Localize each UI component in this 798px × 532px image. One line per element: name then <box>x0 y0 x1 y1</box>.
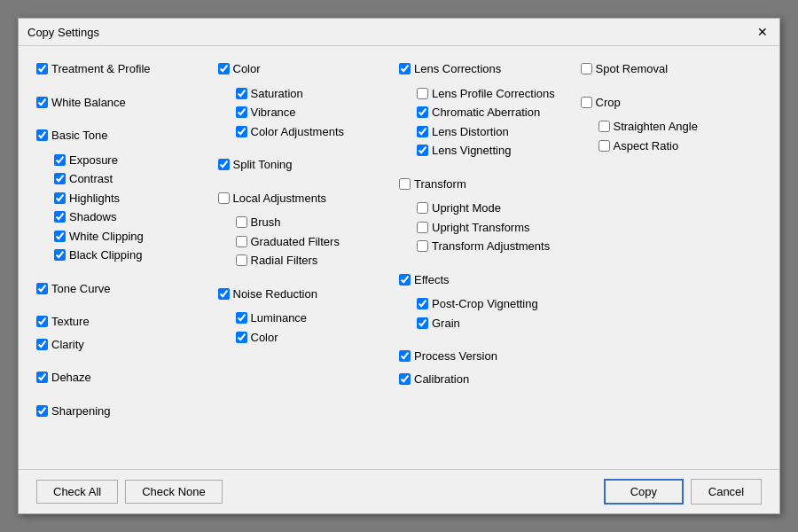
clarity-item: Clarity <box>36 336 218 354</box>
grain-label[interactable]: Grain <box>432 315 460 332</box>
effects-label[interactable]: Effects <box>414 271 450 289</box>
basic-tone-checkbox[interactable] <box>36 129 48 141</box>
clarity-label[interactable]: Clarity <box>51 336 84 354</box>
straighten-angle-item: Straighten Angle <box>598 118 763 136</box>
shadows-label[interactable]: Shadows <box>69 208 116 226</box>
lens-profile-corrections-label[interactable]: Lens Profile Corrections <box>432 85 555 103</box>
graduated-filters-checkbox[interactable] <box>236 236 247 247</box>
color-checkbox[interactable] <box>218 63 230 74</box>
check-all-button[interactable]: Check All <box>36 480 118 504</box>
local-adjustments-checkbox[interactable] <box>218 192 230 204</box>
dehaze-checkbox[interactable] <box>36 372 48 383</box>
check-none-button[interactable]: Check None <box>125 480 223 504</box>
post-crop-vignetting-label[interactable]: Post-Crop Vignetting <box>432 295 538 313</box>
straighten-angle-label[interactable]: Straighten Angle <box>614 118 698 136</box>
texture-label[interactable]: Texture <box>51 313 90 331</box>
process-version-checkbox[interactable] <box>399 350 411 362</box>
black-clipping-label[interactable]: Black Clipping <box>69 246 142 264</box>
transform-adjustments-checkbox[interactable] <box>417 240 428 252</box>
spot-removal-label[interactable]: Spot Removal <box>596 60 669 78</box>
transform-adjustments-label[interactable]: Transform Adjustments <box>432 238 550 255</box>
color-item: Color <box>218 60 400 78</box>
clarity-checkbox[interactable] <box>36 339 48 350</box>
lens-distortion-label[interactable]: Lens Distortion <box>432 123 509 141</box>
split-toning-label[interactable]: Split Toning <box>233 156 293 174</box>
luminance-label[interactable]: Luminance <box>251 309 308 327</box>
straighten-angle-checkbox[interactable] <box>598 121 610 132</box>
sharpening-label[interactable]: Sharpening <box>51 403 111 420</box>
shadows-checkbox[interactable] <box>54 211 66 223</box>
upright-transforms-checkbox[interactable] <box>417 222 428 233</box>
crop-checkbox[interactable] <box>581 97 592 108</box>
transform-label[interactable]: Transform <box>414 176 466 193</box>
aspect-ratio-item: Aspect Ratio <box>598 137 763 155</box>
local-adjustments-label[interactable]: Local Adjustments <box>233 190 327 207</box>
local-adjustments-item: Local Adjustments <box>218 190 400 207</box>
color-label[interactable]: Color <box>233 60 261 78</box>
copy-button[interactable]: Copy <box>604 479 684 505</box>
radial-filters-checkbox[interactable] <box>236 254 247 266</box>
vibrance-label[interactable]: Vibrance <box>251 104 296 121</box>
black-clipping-checkbox[interactable] <box>54 249 66 261</box>
saturation-checkbox[interactable] <box>236 88 247 99</box>
highlights-label[interactable]: Highlights <box>69 190 120 207</box>
tone-curve-checkbox[interactable] <box>36 283 48 294</box>
lens-vignetting-label[interactable]: Lens Vignetting <box>432 142 511 160</box>
treatment-profile-checkbox[interactable] <box>36 63 48 74</box>
transform-subitems: Upright Mode Upright Transforms Transfor… <box>417 200 581 255</box>
upright-mode-checkbox[interactable] <box>417 202 428 214</box>
exposure-label[interactable]: Exposure <box>69 152 118 169</box>
dehaze-label[interactable]: Dehaze <box>51 369 91 387</box>
luminance-checkbox[interactable] <box>236 312 247 324</box>
contrast-checkbox[interactable] <box>54 173 66 184</box>
upright-mode-label[interactable]: Upright Mode <box>432 200 501 217</box>
graduated-filters-label[interactable]: Graduated Filters <box>251 233 340 251</box>
noise-reduction-checkbox[interactable] <box>218 288 230 300</box>
texture-checkbox[interactable] <box>36 316 48 327</box>
brush-checkbox[interactable] <box>236 216 247 228</box>
calibration-label[interactable]: Calibration <box>414 371 469 388</box>
vibrance-checkbox[interactable] <box>236 106 247 118</box>
lens-corrections-checkbox[interactable] <box>399 63 411 74</box>
saturation-label[interactable]: Saturation <box>251 85 303 103</box>
color-adjustments-checkbox[interactable] <box>236 126 247 137</box>
white-balance-checkbox[interactable] <box>36 97 48 108</box>
noise-reduction-label[interactable]: Noise Reduction <box>233 286 317 303</box>
effects-checkbox[interactable] <box>399 274 411 286</box>
calibration-checkbox[interactable] <box>399 373 411 385</box>
close-button[interactable]: ✕ <box>755 24 771 40</box>
grain-checkbox[interactable] <box>417 317 428 329</box>
tone-curve-label[interactable]: Tone Curve <box>51 280 110 298</box>
brush-label[interactable]: Brush <box>251 214 281 231</box>
aspect-ratio-label[interactable]: Aspect Ratio <box>614 137 679 155</box>
chromatic-aberration-checkbox[interactable] <box>417 106 428 118</box>
dehaze-item: Dehaze <box>36 369 218 387</box>
lens-corrections-label[interactable]: Lens Corrections <box>414 60 501 78</box>
nr-color-checkbox[interactable] <box>236 332 247 343</box>
radial-filters-label[interactable]: Radial Filters <box>251 252 318 270</box>
transform-checkbox[interactable] <box>399 178 411 190</box>
basic-tone-label[interactable]: Basic Tone <box>51 127 107 145</box>
aspect-ratio-checkbox[interactable] <box>598 140 610 152</box>
white-clipping-checkbox[interactable] <box>54 231 66 242</box>
lens-distortion-checkbox[interactable] <box>417 126 428 137</box>
lens-vignetting-checkbox[interactable] <box>417 145 428 156</box>
white-balance-label[interactable]: White Balance <box>51 94 126 112</box>
nr-color-label[interactable]: Color <box>251 329 278 347</box>
cancel-button[interactable]: Cancel <box>691 479 762 505</box>
highlights-checkbox[interactable] <box>54 192 66 204</box>
white-clipping-label[interactable]: White Clipping <box>69 228 144 246</box>
upright-transforms-label[interactable]: Upright Transforms <box>432 219 530 237</box>
split-toning-checkbox[interactable] <box>218 159 230 170</box>
chromatic-aberration-label[interactable]: Chromatic Aberration <box>432 104 540 121</box>
crop-label[interactable]: Crop <box>596 94 621 112</box>
process-version-label[interactable]: Process Version <box>414 348 497 365</box>
sharpening-checkbox[interactable] <box>36 405 48 417</box>
exposure-checkbox[interactable] <box>54 154 66 166</box>
post-crop-vignetting-checkbox[interactable] <box>417 298 428 309</box>
treatment-profile-label[interactable]: Treatment & Profile <box>51 60 151 78</box>
color-adjustments-label[interactable]: Color Adjustments <box>251 123 345 141</box>
spot-removal-checkbox[interactable] <box>581 63 592 74</box>
contrast-label[interactable]: Contrast <box>69 170 113 188</box>
lens-profile-corrections-checkbox[interactable] <box>417 88 428 99</box>
